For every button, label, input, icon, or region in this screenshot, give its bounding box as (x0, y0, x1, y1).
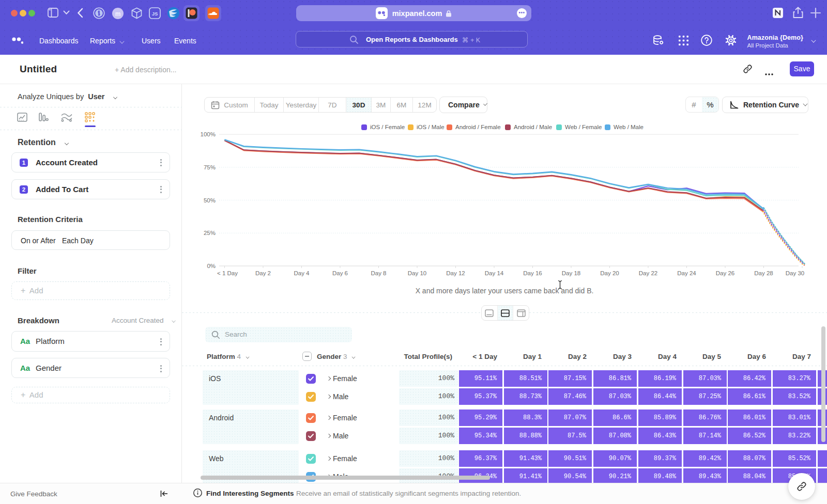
svg-text:75%: 75% (204, 164, 216, 170)
svg-text:JS: JS (152, 11, 158, 17)
svg-text:Day 10: Day 10 (408, 270, 426, 276)
svg-text:< 1 Day: < 1 Day (217, 270, 238, 276)
svg-text:Day 8: Day 8 (371, 270, 386, 276)
svg-text:Day 6: Day 6 (332, 270, 348, 276)
svg-text:Day 14: Day 14 (485, 270, 504, 276)
svg-text:Day 2: Day 2 (255, 270, 271, 276)
svg-text:Day 20: Day 20 (600, 270, 619, 276)
svg-text:Day 18: Day 18 (562, 270, 580, 276)
svg-text:0%: 0% (207, 263, 216, 269)
svg-text:Day 28: Day 28 (754, 270, 773, 276)
svg-text:100%: 100% (201, 131, 216, 137)
svg-text:Day 24: Day 24 (677, 270, 696, 276)
svg-text:25%: 25% (204, 230, 216, 236)
svg-text:m: m (115, 10, 121, 18)
svg-text:50%: 50% (204, 197, 216, 203)
svg-text:Day 4: Day 4 (294, 270, 310, 276)
svg-text:Day 22: Day 22 (639, 270, 657, 276)
svg-text:Day 26: Day 26 (716, 270, 734, 276)
svg-text:Day 16: Day 16 (523, 270, 542, 276)
svg-text:Day 12: Day 12 (446, 270, 465, 276)
svg-text:Day 30: Day 30 (786, 270, 804, 276)
